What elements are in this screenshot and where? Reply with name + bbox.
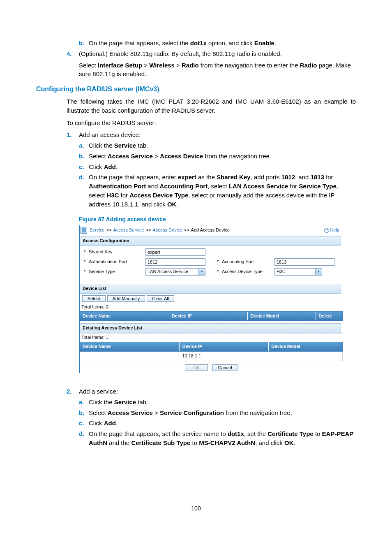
label-service-type: *Service Type [84, 269, 145, 275]
breadcrumb-current: Add Access Device [191, 227, 230, 234]
input-auth-port[interactable] [145, 258, 205, 266]
intro-paragraph-2: To configure the RADIUS server: [67, 118, 356, 127]
chevron-down-icon: ▼ [198, 269, 205, 275]
list-letter: b. [79, 408, 89, 417]
chevron-down-icon: ▼ [315, 269, 322, 275]
label-device-type: *Access Device Type [217, 269, 274, 275]
help-icon: ? [324, 228, 329, 233]
cancel-button[interactable]: Cancel [212, 364, 237, 371]
breadcrumb-sep: >> [146, 227, 151, 234]
step-2c: Click Add. [89, 419, 356, 428]
breadcrumb-sep: >> [184, 227, 189, 234]
label-acct-port: *Accounting Port [217, 259, 274, 265]
select-service-type[interactable]: LAN Access Service▼ [145, 268, 205, 276]
add-manually-button[interactable]: Add Manually [107, 295, 145, 302]
list-letter: d. [79, 173, 89, 209]
help-link[interactable]: ?Help [324, 227, 339, 234]
select-button[interactable]: Select [82, 295, 106, 302]
list-letter: b. [79, 152, 89, 161]
list-letter: a. [79, 141, 89, 150]
list-letter: a. [79, 398, 89, 407]
step-1b: Select Access Service > Access Device fr… [89, 152, 356, 161]
input-acct-port[interactable] [274, 258, 334, 266]
section-device-list: Device List [80, 284, 341, 294]
list-letter: c. [79, 162, 89, 171]
clear-all-button[interactable]: Clear All [147, 295, 174, 302]
label-shared-key: *Shared Key [84, 249, 145, 255]
section-access-configuration: Access Configuration [80, 236, 341, 246]
step-number: 4. [67, 49, 79, 79]
section-heading: Configuring the RADIUS server (IMCv3) [36, 84, 356, 94]
step-1-text: Add an access device: [79, 131, 141, 138]
breadcrumb-service[interactable]: Service [90, 227, 105, 234]
input-shared-key[interactable] [145, 248, 205, 256]
intro-paragraph-1: The following takes the IMC (IMC PLAT 3.… [67, 97, 356, 115]
page-icon [81, 227, 87, 234]
step-2-text: Add a service: [79, 388, 118, 395]
breadcrumb-sep: >> [106, 227, 112, 234]
step-2b: Select Access Service > Service Configur… [89, 408, 356, 417]
step-number: 1. [67, 130, 79, 210]
step-4-detail: Select Interface Setup > Wireless > Radi… [79, 62, 351, 78]
step-1d: On the page that appears, enter expert a… [89, 173, 356, 209]
total-items-1: Total Items: 1. [80, 333, 343, 342]
figure-caption: Figure 87 Adding access device [79, 215, 356, 223]
step-2d: On the page that appears, set the servic… [89, 429, 356, 447]
section-existing-list: Existing Access Device List [80, 323, 341, 333]
list-letter: c. [79, 419, 89, 428]
list-letter: d. [79, 429, 89, 447]
step-4-text: (Optional.) Enable 802.11g radio. By def… [79, 50, 282, 57]
ok-button[interactable]: OK [185, 364, 208, 371]
step-1c: Click Add. [89, 162, 356, 171]
table-row: 10.18.1.1 [80, 352, 343, 361]
figure-87: Service >> Access Service >> Access Devi… [79, 225, 343, 373]
select-device-type[interactable]: H3C▼ [274, 268, 322, 276]
step-b-continued: On the page that appears, select the dot… [89, 39, 356, 48]
label-auth-port: *Authentication Port [84, 259, 145, 265]
table-header-existing: Device Name Device IP Device Model [80, 342, 343, 352]
step-2a: Click the Service tab. [89, 398, 356, 407]
breadcrumb-access-service[interactable]: Access Service [113, 227, 144, 234]
page-number: 100 [0, 504, 392, 512]
list-letter: b. [79, 39, 89, 48]
table-header: Device Name Device IP Device Model Delet… [80, 311, 343, 321]
step-1a: Click the Service tab. [89, 141, 356, 150]
breadcrumb-access-device[interactable]: Access Device [153, 227, 182, 234]
total-items-0: Total Items: 0. [80, 303, 343, 311]
step-number: 2. [67, 387, 79, 449]
